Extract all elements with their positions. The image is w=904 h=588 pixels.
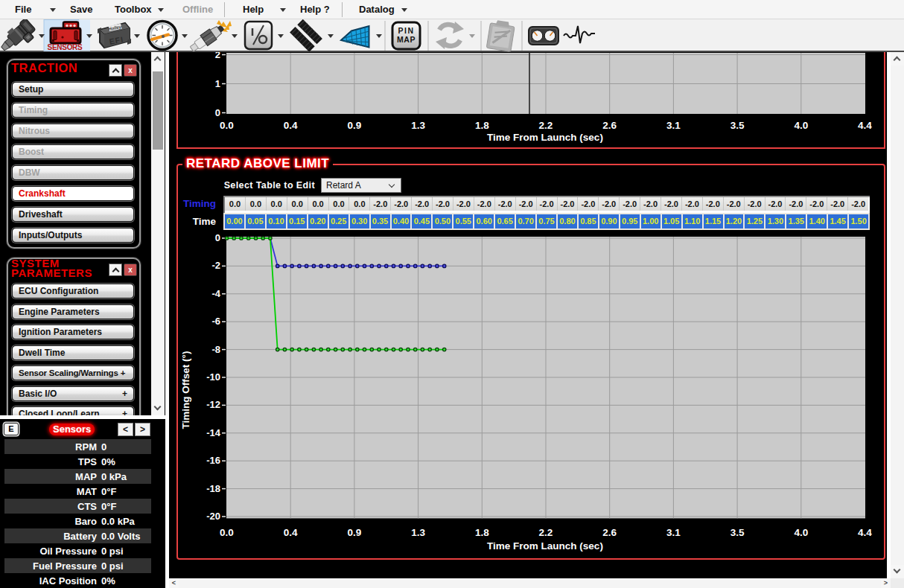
svg-text:-2: -2 bbox=[211, 260, 220, 271]
svg-text:0: 0 bbox=[215, 107, 220, 118]
svg-text:1.3: 1.3 bbox=[411, 120, 425, 131]
svg-text:2.2: 2.2 bbox=[539, 527, 553, 538]
svg-text:-18: -18 bbox=[206, 483, 220, 494]
svg-text:0.4: 0.4 bbox=[284, 527, 298, 538]
svg-text:3.1: 3.1 bbox=[666, 527, 681, 538]
svg-text:1.3: 1.3 bbox=[411, 527, 425, 538]
svg-text:EFI: EFI bbox=[109, 34, 124, 45]
svg-text:SENSORS: SENSORS bbox=[48, 43, 83, 51]
svg-text:2.6: 2.6 bbox=[602, 120, 617, 131]
svg-text:4.0: 4.0 bbox=[794, 527, 808, 538]
svg-text:-6: -6 bbox=[211, 316, 220, 327]
svg-text:1.8: 1.8 bbox=[475, 527, 489, 538]
svg-text:-14: -14 bbox=[206, 427, 221, 438]
svg-text:4.4: 4.4 bbox=[858, 120, 872, 131]
svg-text:Timing Offset (°): Timing Offset (°) bbox=[180, 351, 191, 429]
svg-text:4.4: 4.4 bbox=[858, 527, 872, 538]
svg-text:0: 0 bbox=[215, 232, 220, 243]
svg-text:1.8: 1.8 bbox=[475, 120, 489, 131]
svg-text:4.0: 4.0 bbox=[794, 120, 808, 131]
svg-text:2: 2 bbox=[215, 52, 220, 60]
svg-text:0.0: 0.0 bbox=[220, 527, 234, 538]
svg-text:-4: -4 bbox=[211, 288, 220, 299]
svg-text:2.6: 2.6 bbox=[602, 527, 617, 538]
svg-text:Time From Launch (sec): Time From Launch (sec) bbox=[487, 540, 603, 552]
svg-text:-8: -8 bbox=[211, 344, 220, 355]
svg-text:MAP: MAP bbox=[397, 35, 416, 44]
svg-text:-20: -20 bbox=[206, 511, 220, 522]
svg-text:-10: -10 bbox=[206, 371, 220, 383]
svg-text:0.9: 0.9 bbox=[348, 527, 362, 538]
svg-text:0.9: 0.9 bbox=[348, 120, 362, 131]
svg-text:-12: -12 bbox=[206, 399, 220, 410]
svg-text:PIN: PIN bbox=[398, 26, 414, 35]
svg-text:2.2: 2.2 bbox=[539, 120, 553, 131]
svg-text:3.5: 3.5 bbox=[730, 527, 745, 538]
svg-text:-16: -16 bbox=[206, 455, 220, 466]
svg-text:1: 1 bbox=[215, 78, 220, 89]
svg-text:3.5: 3.5 bbox=[730, 120, 745, 131]
svg-text:0.0: 0.0 bbox=[220, 120, 234, 131]
svg-text:Time From Launch (sec): Time From Launch (sec) bbox=[487, 132, 603, 143]
svg-text:0.4: 0.4 bbox=[284, 120, 298, 131]
svg-text:3.1: 3.1 bbox=[666, 120, 681, 131]
